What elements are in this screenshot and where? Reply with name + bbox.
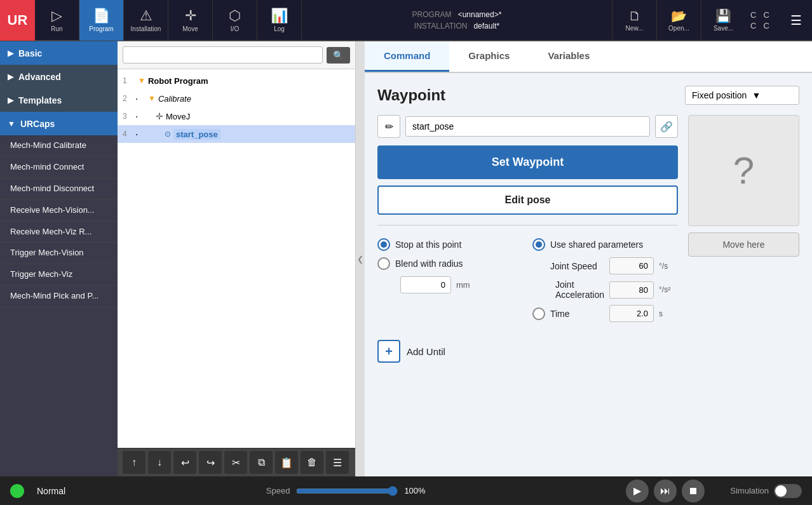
sidebar-section-advanced[interactable]: ▶ Advanced [0,65,118,88]
stop-button[interactable]: ⏹ [682,480,705,502]
sidebar-item-trigger-mech-viz[interactable]: Trigger Mech-Viz [0,264,118,286]
tree-row-1[interactable]: 1 ▼ Robot Program [118,72,355,90]
ur-logo: UR [0,0,35,41]
tab-command[interactable]: Command [365,41,449,72]
open-button[interactable]: 📂 Open... [656,0,701,41]
sidebar-item-trigger-mech-vision[interactable]: Trigger Mech-Vision [0,243,118,264]
waypoint-right: ? Move here [688,115,799,363]
tree-label-3: MoveJ [166,112,190,121]
search-input[interactable] [123,46,323,64]
tree-row-4[interactable]: 4 ⋅ ⊙ start_pose [118,125,355,143]
command-panel: Command Graphics Variables Waypoint Fixe… [365,41,812,476]
joint-speed-row: Joint Speed °/s [532,257,678,274]
delete-button[interactable]: 🗑 [301,451,323,474]
program-info: PROGRAM <unnamed>* INSTALLATION default* [302,9,612,32]
waypoint-icon: ⊙ [165,130,171,138]
joint-accel-input[interactable] [609,281,654,299]
speed-section: Speed 100% [78,486,613,496]
tab-variables[interactable]: Variables [529,41,609,72]
stop-radio-row[interactable]: Stop at this point [377,238,507,251]
cut-button[interactable]: ✂ [224,451,247,474]
move-up-button[interactable]: ↑ [123,451,145,474]
sidebar-item-receive-mech-viz-r[interactable]: Receive Mech-Viz R... [0,222,118,243]
pose-name-input[interactable] [405,116,650,137]
tree-label-1: Robot Program [148,76,208,86]
blend-radio[interactable] [377,257,390,270]
simulation-section: Simulation [730,484,802,498]
sidebar-item-receive-mech-vision[interactable]: Receive Mech-Vision... [0,200,118,222]
tree-row-2[interactable]: 2 ⋅ ▼ Calibrate [118,90,355,107]
run-icon: ▷ [51,8,62,24]
add-until-row: + Add Until [377,340,678,363]
paste-button[interactable]: 📋 [275,451,298,474]
time-radio[interactable] [532,307,545,320]
params-right: Use shared parameters Joint Speed °/s [532,238,678,327]
log-icon: 📊 [271,8,288,24]
sidebar-item-mech-mind-calibrate[interactable]: Mech-Mind Calibrate [0,135,118,157]
pose-edit-button[interactable]: ✏ [377,115,400,138]
tab-program[interactable]: 📄 Program [79,0,124,41]
shared-params-radio[interactable] [532,238,545,251]
tab-graphics[interactable]: Graphics [449,41,529,72]
waypoint-title: Waypoint [377,86,445,104]
tab-log[interactable]: 📊 Log [257,0,302,41]
sidebar-section-urcaps[interactable]: ▼ URCaps [0,112,118,135]
command-content: Waypoint Fixed position ▼ ✏ 🔗 Set Wayp [365,73,812,476]
position-type-dropdown[interactable]: Fixed position ▼ [685,86,799,105]
save-button[interactable]: 💾 Save... [701,0,745,41]
move-down-button[interactable]: ↓ [148,451,171,474]
tab-installation[interactable]: ⚠ Installation [124,0,168,41]
sidebar-item-mech-mind-disconnect[interactable]: Mech-mind Disconnect [0,178,118,200]
params-left: Stop at this point Blend with radius mm [377,238,507,327]
play-button[interactable]: ▶ [626,480,649,502]
add-until-button[interactable]: + [377,340,400,363]
undo-button[interactable]: ↩ [173,451,196,474]
speed-slider[interactable] [296,486,398,496]
pose-row: ✏ 🔗 [377,115,678,138]
pose-link-button[interactable]: 🔗 [655,115,678,138]
tree-row-3[interactable]: 3 ⋅ ✛ MoveJ [118,107,355,125]
shared-params-row[interactable]: Use shared parameters [532,238,678,251]
redo-button[interactable]: ↪ [199,451,222,474]
step-button[interactable]: ⏭ [654,480,677,502]
playback-controls: ▶ ⏭ ⏹ [626,480,705,502]
dropdown-arrow: ▼ [752,90,761,100]
copy-button[interactable]: ⧉ [250,451,273,474]
tab-move[interactable]: ✛ Move [168,0,213,41]
collapse-handle[interactable]: ❮ [356,41,365,476]
basic-arrow: ▶ [8,49,13,58]
program-tree: 1 ▼ Robot Program 2 ⋅ ▼ Calibrate 3 ⋅ ✛ … [118,69,355,448]
sidebar-section-basic[interactable]: ▶ Basic [0,41,118,65]
blend-radio-row[interactable]: Blend with radius [377,257,507,270]
tab-run[interactable]: ▷ Run [35,0,79,41]
menu-button[interactable]: ☰ [780,0,812,41]
blend-unit: mm [456,280,470,290]
tab-io[interactable]: ⬡ I/O [213,0,257,41]
more-button[interactable]: ☰ [326,451,349,474]
sidebar-item-mech-mind-pick[interactable]: Mech-Mind Pick and P... [0,286,118,307]
sidebar-section-templates[interactable]: ▶ Templates [0,88,118,112]
stop-radio[interactable] [377,238,390,251]
speed-label: Speed [266,486,290,495]
time-input[interactable] [609,305,654,322]
set-waypoint-button[interactable]: Set Waypoint [377,145,678,179]
io-icon: ⬡ [229,8,241,24]
waypoint-header: Waypoint Fixed position ▼ [377,86,799,105]
simulation-toggle[interactable] [774,484,802,498]
joint-speed-label: Joint Speed [550,261,604,271]
shared-params-label: Use shared parameters [550,239,643,250]
edit-pose-button[interactable]: Edit pose [377,185,678,215]
joint-speed-input[interactable] [609,257,654,274]
tree-expand-icon-2: ▼ [148,94,156,103]
simulation-label: Simulation [730,486,769,495]
statusbar: Normal Speed 100% ▶ ⏭ ⏹ Simulation [0,476,812,505]
joint-accel-label: Joint Acceleration [555,279,604,300]
blend-input[interactable] [400,276,451,293]
move-here-button[interactable]: Move here [688,232,799,257]
new-button[interactable]: 🗋 New... [612,0,656,41]
waypoint-body: ✏ 🔗 Set Waypoint Edit pose [377,115,799,363]
tab-bar: Command Graphics Variables [365,41,812,73]
sidebar-item-mech-mind-connect[interactable]: Mech-mind Connect [0,157,118,178]
search-button[interactable]: 🔍 [327,47,350,64]
preview-box: ? [688,115,799,226]
